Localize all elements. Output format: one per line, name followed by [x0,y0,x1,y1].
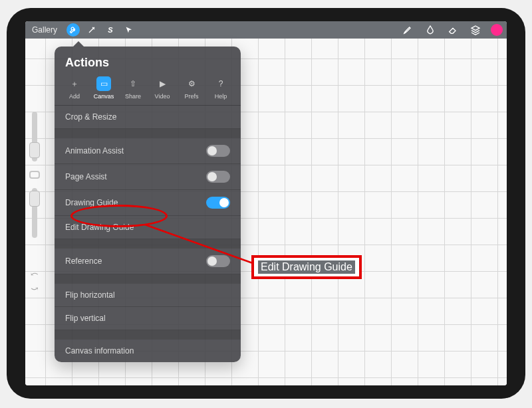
tab-add[interactable]: ＋ Add [61,76,88,100]
menu-label: Page Assist [65,172,107,181]
tab-label: Canvas [94,93,114,100]
top-toolbar: Gallery S [25,21,507,39]
help-icon: ? [213,76,228,91]
modify-button[interactable] [29,171,40,179]
menu-flip-horizontal[interactable]: Flip horizontal [55,284,241,307]
actions-popup: Actions ＋ Add ▭ Canvas ⇧ Share ▶ Video [55,47,241,362]
menu-label: Drawing Guide [65,198,118,207]
actions-tab-row: ＋ Add ▭ Canvas ⇧ Share ▶ Video ⚙ Prefs [55,76,241,105]
gallery-button[interactable]: Gallery [29,25,60,35]
tab-label: Share [125,93,141,100]
menu-label: Canvas information [65,346,134,356]
adjustments-wand-button[interactable] [85,23,98,37]
tab-video[interactable]: ▶ Video [149,76,176,100]
menu-reference[interactable]: Reference [55,249,241,274]
toggle-animation-assist[interactable] [206,145,230,157]
eraser-tool-button[interactable] [446,23,460,37]
color-picker-button[interactable] [491,24,503,36]
gear-icon: ⚙ [184,76,199,91]
toggle-drawing-guide[interactable] [206,197,230,209]
tab-help[interactable]: ? Help [207,76,234,100]
tab-share[interactable]: ⇧ Share [120,76,146,100]
slider-thumb[interactable] [29,142,40,158]
smudge-tool-button[interactable] [423,23,438,37]
redo-button[interactable]: ⤻ [31,283,39,294]
annotation-label-text: Edit Drawing Guide [258,260,355,274]
menu-flip-vertical[interactable]: Flip vertical [55,307,241,330]
tab-prefs[interactable]: ⚙ Prefs [178,76,205,100]
menu-label: Flip horizontal [65,290,115,300]
screen: Gallery S [25,21,507,385]
undo-button[interactable]: ⤺ [31,268,39,279]
menu-label: Reference [65,256,102,266]
slider-thumb[interactable] [29,191,40,207]
share-icon: ⇧ [126,76,140,91]
tab-label: Video [155,93,170,100]
menu-drawing-guide[interactable]: Drawing Guide [55,190,241,216]
opacity-slider[interactable] [32,188,37,238]
menu-label: Flip vertical [65,314,106,323]
ipad-frame: Gallery S [7,8,525,399]
toggle-page-assist[interactable] [206,171,230,183]
tab-label: Add [69,93,80,100]
plus-icon: ＋ [67,76,82,91]
tab-canvas[interactable]: ▭ Canvas [90,76,117,100]
menu-page-assist[interactable]: Page Assist [55,164,241,190]
annotation-label-box: Edit Drawing Guide [251,255,362,279]
menu-label: Edit Drawing Guide [65,223,134,232]
brush-size-slider[interactable] [32,112,37,161]
tab-label: Prefs [184,93,198,100]
sidebar-sliders: ⤺ ⤻ [28,108,41,294]
brush-tool-button[interactable] [400,23,415,37]
transform-arrow-button[interactable] [122,23,136,37]
menu-crop-resize[interactable]: Crop & Resize [55,106,241,129]
selection-button[interactable]: S [104,23,117,37]
play-icon: ▶ [155,76,170,91]
toggle-reference[interactable] [206,255,230,267]
s-icon: S [108,26,112,34]
menu-edit-drawing-guide[interactable]: Edit Drawing Guide [55,216,241,239]
menu-canvas-information[interactable]: Canvas information [55,340,241,362]
menu-animation-assist[interactable]: Animation Assist [55,138,241,164]
menu-label: Animation Assist [65,146,124,155]
canvas-icon: ▭ [96,76,111,91]
menu-label: Crop & Resize [65,112,116,122]
actions-title: Actions [55,47,241,76]
tab-label: Help [215,93,227,100]
actions-wrench-button[interactable] [66,23,80,37]
layers-button[interactable] [468,23,483,37]
